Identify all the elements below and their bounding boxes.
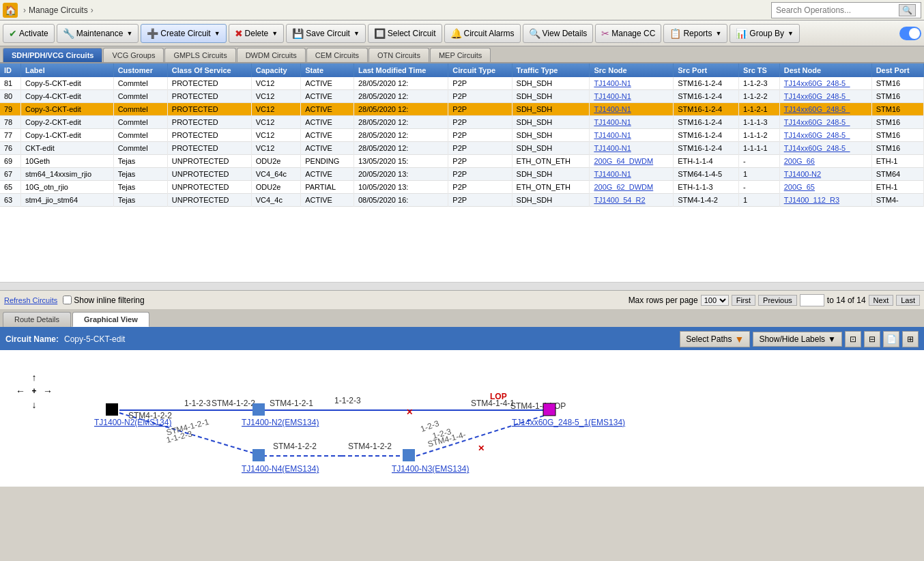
table-cell[interactable]: TJ1400-N1 xyxy=(590,168,674,181)
tab-route-details[interactable]: Route Details xyxy=(3,312,71,327)
tab-mep[interactable]: MEP Circuits xyxy=(430,48,491,62)
table-cell[interactable]: TJ1400-N1 xyxy=(590,142,674,155)
table-cell: SDH_SDH xyxy=(512,129,590,142)
table-row[interactable]: 78Copy-2-CKT-editCommtelPROTECTEDVC12ACT… xyxy=(0,116,924,129)
max-rows-select[interactable]: 100 xyxy=(701,295,729,306)
table-row[interactable]: 80Copy-4-CKT-editCommtelPROTECTEDVC12ACT… xyxy=(0,90,924,103)
table-cell[interactable]: TJ1400-N2 xyxy=(779,168,871,181)
col-src-ts[interactable]: Src TS xyxy=(739,63,780,77)
col-src-port[interactable]: Src Port xyxy=(674,63,739,77)
table-cell[interactable]: TJ1400_54_R2 xyxy=(590,194,674,207)
table-cell[interactable]: TJ1400-N1 xyxy=(590,103,674,116)
select-paths-button[interactable]: Select Paths ▼ xyxy=(680,331,750,347)
col-dest-port[interactable]: Dest Port xyxy=(871,63,923,77)
node-3-label[interactable]: TJ14xx60G_248-5_1(EMS134) xyxy=(512,418,625,427)
node-4-label[interactable]: TJ1400-N4(EMS134) xyxy=(242,464,319,474)
table-cell[interactable]: 200G_64_DWDM xyxy=(590,155,674,168)
circuit-alarms-button[interactable]: 🔔 Circuit Alarms xyxy=(444,24,521,43)
table-cell[interactable]: TJ14xx60G_248-5_ xyxy=(779,142,871,155)
tab-gmpls[interactable]: GMPLS Circuits xyxy=(164,48,235,62)
table-row[interactable]: 76CKT-editCommtelPROTECTEDVC12ACTIVE28/0… xyxy=(0,142,924,155)
tab-dwdm[interactable]: DWDM Circuits xyxy=(237,48,306,62)
table-cell[interactable]: TJ14xx60G_248-5_ xyxy=(779,129,871,142)
tab-sdh-pdh-vcg[interactable]: SDH/PDH/VCG Circuits xyxy=(3,48,102,62)
inline-filter-checkbox[interactable] xyxy=(63,296,72,304)
node-4-rect[interactable] xyxy=(252,449,265,461)
search-button[interactable]: 🔍 xyxy=(899,4,916,16)
reports-button[interactable]: 📋 Reports ▼ xyxy=(663,24,727,43)
col-customer[interactable]: Customer xyxy=(113,63,167,77)
table-cell: 10Geth xyxy=(20,155,113,168)
tab-cem[interactable]: CEM Circuits xyxy=(306,48,368,62)
col-traffic[interactable]: Traffic Type xyxy=(512,63,590,77)
table-cell[interactable]: 200G_62_DWDM xyxy=(590,181,674,194)
col-cos[interactable]: Class Of Service xyxy=(167,63,251,77)
table-row[interactable]: 6510G_otn_rjioTejasUNPROTECTEDODU2ePARTI… xyxy=(0,181,924,194)
table-cell[interactable]: TJ1400-N1 xyxy=(590,116,674,129)
table-cell: 77 xyxy=(0,129,20,142)
col-state[interactable]: State xyxy=(301,63,354,77)
table-row[interactable]: 6910GethTejasUNPROTECTEDODU2ePENDING13/0… xyxy=(0,155,924,168)
group-by-arrow: ▼ xyxy=(788,30,794,37)
show-hide-labels-button[interactable]: Show/Hide Labels ▼ xyxy=(753,332,842,347)
search-input[interactable] xyxy=(776,5,899,15)
pdf-button[interactable]: 📄 xyxy=(883,331,899,347)
table-row[interactable]: 77Copy-1-CKT-editCommtelPROTECTEDVC12ACT… xyxy=(0,129,924,142)
first-button[interactable]: First xyxy=(732,295,755,306)
table-row[interactable]: 63stm4_jio_stm64TejasUNPROTECTEDVC4_4cAC… xyxy=(0,194,924,207)
maintenance-button[interactable]: 🔧 Maintenance ▼ xyxy=(57,24,139,43)
last-button[interactable]: Last xyxy=(896,295,920,306)
horizontal-scrollbar[interactable] xyxy=(0,282,924,290)
page-input[interactable]: 1 xyxy=(800,294,824,306)
table-cell[interactable]: TJ1400_112_R3 xyxy=(779,194,871,207)
view-details-button[interactable]: 🔍 View Details xyxy=(523,24,594,43)
table-cell: 28/05/2020 12: xyxy=(353,90,448,103)
export-button[interactable]: ⊞ xyxy=(902,331,919,347)
activate-button[interactable]: ✔ Activate xyxy=(3,24,55,43)
node-1-label[interactable]: TJ1400-N2(EMS134) xyxy=(94,418,171,427)
node-2-rect[interactable] xyxy=(252,403,265,416)
node-2-label[interactable]: TJ1400-N2(EMS134) xyxy=(242,418,319,427)
col-id[interactable]: ID xyxy=(0,63,20,77)
col-modified[interactable]: Last Modified Time xyxy=(353,63,448,77)
table-cell[interactable]: TJ1400-N1 xyxy=(590,90,674,103)
node-1-rect[interactable] xyxy=(106,403,118,416)
circuit-name-label: Circuit Name: xyxy=(5,334,59,344)
table-cell[interactable]: TJ14xx60G_248-5_ xyxy=(779,77,871,90)
tab-vcg-groups[interactable]: VCG Groups xyxy=(103,48,164,62)
select-circuit-button[interactable]: 🔲 Select Circuit xyxy=(368,24,442,43)
zoom-fit-button[interactable]: ⊡ xyxy=(845,331,861,347)
node-5-rect[interactable] xyxy=(403,449,415,461)
table-cell[interactable]: TJ1400-N1 xyxy=(590,129,674,142)
tab-otn[interactable]: OTN Circuits xyxy=(369,48,429,62)
refresh-circuits-link[interactable]: Refresh Circuits xyxy=(4,296,57,304)
table-row[interactable]: 67stm64_14xxsim_rjioTejasUNPROTECTEDVC4_… xyxy=(0,168,924,181)
group-by-button[interactable]: 📊 Group By ▼ xyxy=(730,24,800,43)
col-label[interactable]: Label xyxy=(20,63,113,77)
save-circuit-button[interactable]: 💾 Save Circuit ▼ xyxy=(286,24,366,43)
col-src-node[interactable]: Src Node xyxy=(590,63,674,77)
zoom-out-button[interactable]: ⊟ xyxy=(864,331,880,347)
col-type[interactable]: Circuit Type xyxy=(448,63,512,77)
table-cell[interactable]: 200G_65 xyxy=(779,181,871,194)
table-cell[interactable]: TJ1400-N1 xyxy=(590,77,674,90)
create-circuit-button[interactable]: ➕ Create Circuit ▼ xyxy=(141,24,226,43)
tab-graphical-view[interactable]: Graphical View xyxy=(72,312,149,327)
table-row[interactable]: 79Copy-3-CKT-editCommtelPROTECTEDVC12ACT… xyxy=(0,103,924,116)
col-dest-node[interactable]: Dest Node xyxy=(779,63,871,77)
manage-cc-button[interactable]: ✂ Manage CC xyxy=(595,24,661,43)
previous-button[interactable]: Previous xyxy=(758,295,797,306)
node-3-rect[interactable] xyxy=(543,403,555,416)
table-cell[interactable]: TJ14xx60G_248-5_ xyxy=(779,116,871,129)
node-5-label[interactable]: TJ1400-N3(EMS134) xyxy=(392,464,469,474)
col-capacity[interactable]: Capacity xyxy=(251,63,300,77)
table-cell[interactable]: TJ14xx60G_248-5_ xyxy=(779,103,871,116)
table-cell: Tejas xyxy=(113,194,167,207)
table-row[interactable]: 81Copy-5-CKT-editCommtelPROTECTEDVC12ACT… xyxy=(0,77,924,90)
table-cell[interactable]: TJ14xx60G_248-5_ xyxy=(779,90,871,103)
next-button[interactable]: Next xyxy=(869,295,894,306)
table-cell[interactable]: 200G_66 xyxy=(779,155,871,168)
toggle-button[interactable] xyxy=(899,27,921,40)
delete-button[interactable]: ✖ Delete ▼ xyxy=(229,24,285,43)
home-icon[interactable]: 🏠 xyxy=(3,3,18,18)
